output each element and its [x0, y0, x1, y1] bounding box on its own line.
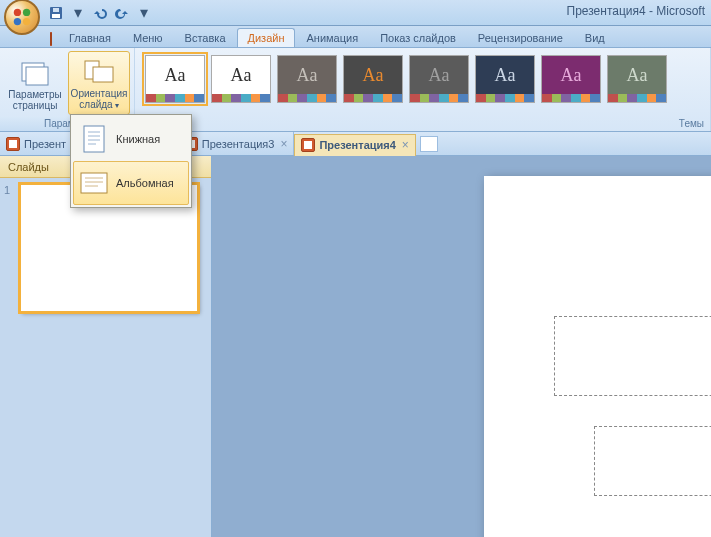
portrait-icon — [80, 124, 108, 154]
theme-preview-text: Aa — [608, 56, 666, 94]
orientation-label: Ориентация слайда▾ — [71, 88, 128, 111]
orientation-landscape-label: Альбомная — [116, 177, 174, 189]
theme-preview-text: Aa — [212, 56, 270, 94]
theme-swatch[interactable]: Aa — [343, 55, 403, 103]
office-logo-icon — [11, 6, 33, 28]
svg-point-1 — [23, 9, 30, 16]
svg-point-2 — [14, 18, 21, 25]
save-icon[interactable] — [48, 5, 64, 21]
powerpoint-icon — [301, 138, 315, 152]
landscape-icon — [80, 168, 108, 198]
theme-swatch[interactable]: Aa — [607, 55, 667, 103]
thumb-number: 1 — [4, 184, 14, 312]
theme-swatch[interactable]: Aa — [475, 55, 535, 103]
theme-color-bar — [278, 94, 336, 102]
svg-rect-10 — [93, 67, 113, 82]
group-themes: AaAaAaAaAaAaAaAa Темы — [135, 48, 711, 131]
ribbon-tabs: Главная Меню Вставка Дизайн Анимация Пок… — [0, 26, 711, 48]
slide-panel: Слайды 1 — [0, 156, 212, 537]
workspace: Слайды 1 Заго Под — [0, 156, 711, 537]
theme-preview-text: Aa — [410, 56, 468, 94]
group-label-themes: Темы — [679, 118, 704, 129]
qat-separator-icon: ▾ — [70, 5, 86, 21]
orientation-landscape[interactable]: Альбомная — [73, 161, 189, 205]
theme-color-bar — [608, 94, 666, 102]
quick-access-toolbar: ▾ ▾ — [48, 5, 152, 21]
tab-addin-icon[interactable] — [44, 30, 58, 47]
svg-point-0 — [14, 9, 21, 16]
svg-rect-8 — [26, 67, 48, 85]
tab-review[interactable]: Рецензирование — [467, 28, 574, 47]
title-placeholder[interactable]: Заго — [554, 316, 711, 396]
svg-rect-5 — [52, 14, 60, 18]
undo-icon[interactable] — [92, 5, 108, 21]
tab-menu[interactable]: Меню — [122, 28, 174, 47]
orientation-dropdown: Книжная Альбомная — [70, 114, 192, 208]
theme-color-bar — [146, 94, 204, 102]
powerpoint-icon — [6, 137, 20, 151]
document-tab-label: Презентация3 — [202, 138, 275, 150]
subtitle-placeholder[interactable]: Под — [594, 426, 711, 496]
theme-preview-text: Aa — [344, 56, 402, 94]
orientation-portrait-label: Книжная — [116, 133, 160, 145]
page-setup-label: Параметры страницы — [8, 89, 61, 111]
page-setup-button[interactable]: Параметры страницы — [4, 51, 66, 115]
gutter — [212, 156, 224, 537]
svg-point-3 — [23, 18, 30, 25]
document-tab-label: Презент — [24, 138, 66, 150]
qat-dropdown-icon[interactable]: ▾ — [136, 5, 152, 21]
theme-color-bar — [542, 94, 600, 102]
tab-home[interactable]: Главная — [58, 28, 122, 47]
tab-slideshow[interactable]: Показ слайдов — [369, 28, 467, 47]
theme-swatch[interactable]: Aa — [277, 55, 337, 103]
document-tab[interactable]: Презентация3× — [178, 132, 295, 155]
theme-color-bar — [476, 94, 534, 102]
orientation-icon — [83, 58, 115, 86]
close-icon[interactable]: × — [402, 138, 409, 152]
theme-swatch[interactable]: Aa — [145, 55, 205, 103]
new-document-button[interactable] — [420, 136, 438, 152]
title-bar: ▾ ▾ Презентация4 - Microsoft — [0, 0, 711, 26]
tab-insert[interactable]: Вставка — [174, 28, 237, 47]
orientation-button[interactable]: Ориентация слайда▾ — [68, 51, 130, 115]
theme-preview-text: Aa — [278, 56, 336, 94]
theme-preview-text: Aa — [476, 56, 534, 94]
themes-gallery: AaAaAaAaAaAaAaAa — [139, 51, 706, 103]
tab-view[interactable]: Вид — [574, 28, 616, 47]
orientation-portrait[interactable]: Книжная — [73, 117, 189, 161]
theme-swatch[interactable]: Aa — [409, 55, 469, 103]
slide[interactable]: Заго Под — [484, 176, 711, 537]
slide-canvas: Заго Под — [224, 156, 711, 537]
theme-color-bar — [212, 94, 270, 102]
thumbnails: 1 — [0, 178, 211, 537]
svg-rect-16 — [81, 173, 107, 193]
theme-color-bar — [344, 94, 402, 102]
document-tab[interactable]: Презентация4× — [294, 134, 415, 156]
office-button[interactable] — [4, 0, 40, 35]
tab-animation[interactable]: Анимация — [295, 28, 369, 47]
redo-icon[interactable] — [114, 5, 130, 21]
tab-design[interactable]: Дизайн — [237, 28, 296, 47]
theme-color-bar — [410, 94, 468, 102]
chevron-down-icon: ▾ — [115, 101, 119, 110]
theme-preview-text: Aa — [542, 56, 600, 94]
theme-swatch[interactable]: Aa — [211, 55, 271, 103]
window-title: Презентация4 - Microsoft — [567, 4, 706, 18]
theme-preview-text: Aa — [146, 56, 204, 94]
powerpoint-icon — [50, 32, 52, 46]
close-icon[interactable]: × — [280, 137, 287, 151]
theme-swatch[interactable]: Aa — [541, 55, 601, 103]
document-tab-label: Презентация4 — [319, 139, 395, 151]
page-setup-icon — [19, 59, 51, 87]
svg-rect-6 — [53, 8, 59, 12]
svg-rect-11 — [84, 126, 104, 152]
